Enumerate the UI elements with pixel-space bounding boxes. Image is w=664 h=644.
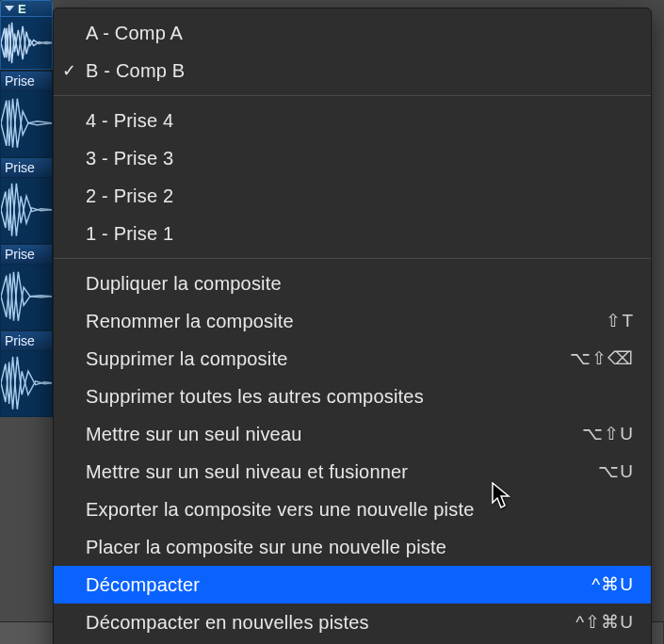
menu-item-label: Dupliquer la composite bbox=[86, 269, 634, 298]
menu-item-shortcut: ⌥⇧⌫ bbox=[570, 346, 634, 373]
menu-item-rename-comp[interactable]: Renommer la composite ⇧T bbox=[54, 302, 651, 340]
take-label: Prise bbox=[5, 333, 35, 348]
menu-item-unpack[interactable]: Décompacter ^⌘U bbox=[54, 566, 651, 604]
timeline-tick bbox=[0, 622, 60, 644]
take-waveform[interactable] bbox=[0, 178, 53, 244]
menu-item-comp-b[interactable]: ✓ B - Comp B bbox=[54, 52, 651, 89]
menu-item-export-comp-new-track[interactable]: Exporter la composite vers une nouvelle … bbox=[54, 491, 651, 528]
menu-item-shortcut: ^⌘U bbox=[591, 572, 634, 599]
take-waveform[interactable] bbox=[0, 91, 53, 157]
menu-item-label: Placer la composite sur une nouvelle pis… bbox=[86, 533, 634, 561]
take-region[interactable]: Prise bbox=[0, 156, 53, 243]
menu-item-move-comp-new-track[interactable]: Placer la composite sur une nouvelle pis… bbox=[54, 528, 651, 566]
menu-item-duplicate-comp[interactable]: Dupliquer la composite bbox=[54, 265, 651, 302]
disclosure-triangle-icon[interactable] bbox=[5, 6, 14, 11]
take-region[interactable]: Prise bbox=[0, 70, 53, 156]
take-label: Prise bbox=[5, 160, 35, 175]
take-waveform[interactable] bbox=[0, 265, 53, 330]
menu-item-take-3[interactable]: 3 - Prise 3 bbox=[54, 139, 651, 177]
take-region-header[interactable]: Prise bbox=[0, 71, 53, 91]
menu-item-shortcut: ⌥U bbox=[598, 459, 634, 486]
menu-item-label: 2 - Prise 2 bbox=[86, 182, 634, 210]
menu-item-shortcut: ^⇧⌘U bbox=[575, 609, 634, 636]
menu-item-delete-other-comps[interactable]: Supprimer toutes les autres composites bbox=[54, 378, 651, 415]
menu-item-label: Supprimer la composite bbox=[86, 345, 570, 373]
menu-item-unpack-new-tracks[interactable]: Décompacter en nouvelles pistes ^⇧⌘U bbox=[54, 604, 651, 641]
menu-item-flatten-merge[interactable]: Mettre sur un seul niveau et fusionner ⌥… bbox=[54, 453, 651, 491]
menu-separator bbox=[54, 95, 651, 96]
menu-item-label: A - Comp A bbox=[86, 19, 634, 47]
track-header-label: E bbox=[18, 2, 26, 16]
menu-item-shortcut: ⇧T bbox=[606, 308, 634, 335]
take-region-header[interactable]: Prise bbox=[0, 244, 53, 265]
menu-item-label: 4 - Prise 4 bbox=[86, 106, 634, 135]
menu-item-take-1[interactable]: 1 - Prise 1 bbox=[54, 215, 651, 252]
menu-item-label: Renommer la composite bbox=[86, 307, 606, 335]
take-region[interactable]: Prise bbox=[0, 330, 53, 416]
menu-item-label: Mettre sur un seul niveau et fusionner bbox=[86, 458, 598, 486]
menu-item-label: Décompacter bbox=[86, 571, 591, 599]
menu-item-label: B - Comp B bbox=[86, 56, 634, 85]
menu-item-delete-comp[interactable]: Supprimer la composite ⌥⇧⌫ bbox=[54, 340, 651, 378]
track-header[interactable]: E bbox=[0, 0, 53, 17]
menu-item-label: Mettre sur un seul niveau bbox=[86, 420, 582, 448]
svg-rect-4 bbox=[1, 351, 52, 415]
menu-item-take-4[interactable]: 4 - Prise 4 bbox=[54, 102, 651, 139]
take-label: Prise bbox=[5, 247, 35, 262]
take-waveform[interactable] bbox=[0, 351, 53, 417]
menu-item-label: Exporter la composite vers une nouvelle … bbox=[86, 495, 634, 523]
menu-item-label: Décompacter en nouvelles pistes bbox=[86, 608, 575, 636]
take-folder-context-menu: A - Comp A ✓ B - Comp B 4 - Prise 4 3 - … bbox=[53, 8, 652, 644]
menu-item-label: 3 - Prise 3 bbox=[86, 144, 634, 172]
menu-item-comp-a[interactable]: A - Comp A bbox=[54, 14, 651, 52]
take-region-header[interactable]: Prise bbox=[0, 157, 53, 178]
menu-item-label: Supprimer toutes les autres composites bbox=[86, 382, 634, 411]
menu-item-flatten[interactable]: Mettre sur un seul niveau ⌥⇧U bbox=[54, 415, 651, 453]
take-label: Prise bbox=[5, 73, 35, 89]
track-area: E Prise Prise Prise Prise bbox=[0, 0, 53, 416]
take-region[interactable]: Prise bbox=[0, 243, 53, 330]
main-waveform[interactable] bbox=[0, 17, 53, 70]
menu-item-shortcut: ⌥⇧U bbox=[582, 421, 634, 448]
checkmark-icon: ✓ bbox=[54, 58, 86, 84]
take-region-header[interactable]: Prise bbox=[0, 330, 53, 351]
menu-item-take-2[interactable]: 2 - Prise 2 bbox=[54, 177, 651, 215]
menu-item-label: 1 - Prise 1 bbox=[86, 219, 634, 248]
menu-separator bbox=[54, 258, 651, 259]
